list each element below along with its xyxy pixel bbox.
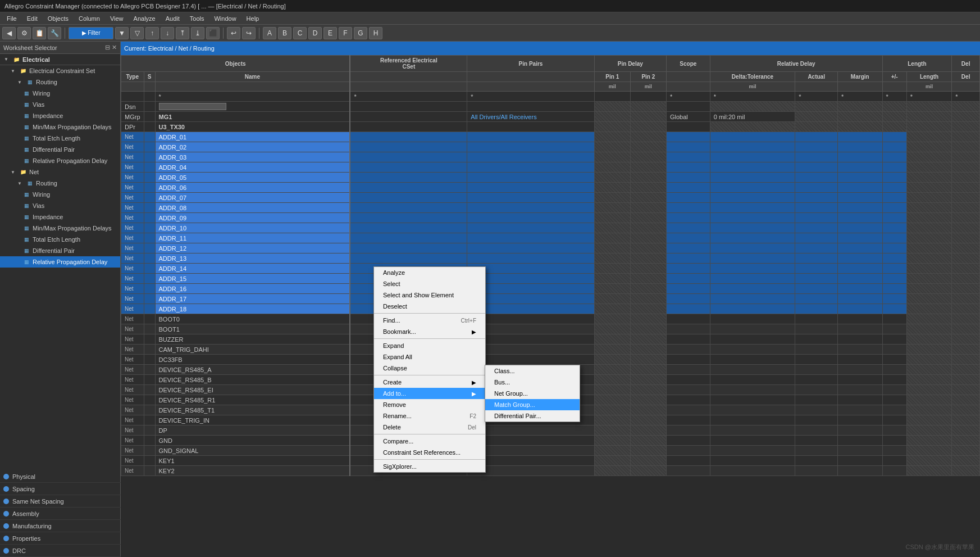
- sidebar-ecs-etch[interactable]: ▦ Total Etch Length: [0, 133, 120, 144]
- table-row[interactable]: Net ADDR_14: [121, 264, 980, 274]
- menu-window[interactable]: Window: [209, 14, 240, 23]
- sidebar-net-diffpair[interactable]: ▦ Differential Pair: [0, 245, 120, 256]
- table-row[interactable]: Net ADDR_17: [121, 294, 980, 304]
- sidebar-ecs-routing[interactable]: ▼ ▦ Routing: [0, 76, 120, 88]
- table-row[interactable]: Net DP: [121, 425, 980, 436]
- table-row[interactable]: Net ADDR_11: [121, 233, 980, 243]
- toolbar-btn-f[interactable]: F: [339, 27, 352, 39]
- sidebar-net-relprop[interactable]: ▦ Relative Propagation Delay: [0, 256, 120, 268]
- table-row[interactable]: Net GND: [121, 436, 980, 446]
- menu-file[interactable]: File: [2, 14, 21, 23]
- sidebar-same-net-spacing[interactable]: Same Net Spacing: [0, 495, 121, 508]
- table-row[interactable]: Dsn: [121, 102, 980, 112]
- submenu-net-group[interactable]: Net Group...: [485, 388, 580, 399]
- menu-tools[interactable]: Tools: [185, 14, 209, 23]
- toolbar-btn-a[interactable]: A: [263, 27, 276, 39]
- toolbar-btn-redo[interactable]: ↪: [242, 27, 256, 39]
- table-row[interactable]: Net ADDR_01: [121, 132, 980, 142]
- toolbar-btn-filter-4[interactable]: ↓: [161, 27, 174, 39]
- table-row[interactable]: Net DC33FB: [121, 355, 980, 365]
- ctx-analyze[interactable]: Analyze: [374, 267, 485, 278]
- toolbar-btn-filter-2[interactable]: ▽: [130, 27, 144, 39]
- ctx-rename[interactable]: Rename... F2: [374, 410, 485, 422]
- toolbar-btn-e[interactable]: E: [323, 27, 337, 39]
- ctx-expand[interactable]: Expand: [374, 340, 485, 351]
- sidebar-net[interactable]: ▼ 📁 Net: [0, 166, 120, 178]
- ctx-compare[interactable]: Compare...: [374, 436, 485, 447]
- table-row[interactable]: Net ADDR_10: [121, 223, 980, 233]
- menu-analyze[interactable]: Analyze: [129, 14, 160, 23]
- table-row[interactable]: Net GND_SIGNAL: [121, 446, 980, 456]
- table-row[interactable]: Net ADDR_18: [121, 304, 980, 314]
- sidebar-net-vias[interactable]: ▦ Vias: [0, 200, 120, 211]
- table-row[interactable]: DPr U3_TX30: [121, 122, 980, 132]
- table-row[interactable]: Net ADDR_02: [121, 142, 980, 152]
- table-row[interactable]: Net BOOT1: [121, 324, 980, 334]
- table-row[interactable]: Net BUZZER: [121, 334, 980, 345]
- table-row[interactable]: Net ADDR_15: [121, 274, 980, 284]
- toolbar-btn-3[interactable]: 📋: [33, 27, 46, 39]
- ctx-create[interactable]: Create ▶: [374, 377, 485, 388]
- table-row[interactable]: Net KEY1: [121, 456, 980, 466]
- table-row[interactable]: Net ADDR_08: [121, 203, 980, 213]
- submenu-match-group[interactable]: Match Group...: [485, 399, 580, 410]
- table-row[interactable]: Net CAM_TRIG_DAHI: [121, 345, 980, 355]
- menu-objects[interactable]: Objects: [43, 14, 73, 23]
- toolbar-btn-c[interactable]: C: [293, 27, 307, 39]
- submenu-class[interactable]: Class...: [485, 365, 580, 377]
- ctx-remove[interactable]: Remove: [374, 399, 485, 410]
- sidebar-net-routing[interactable]: ▼ ▦ Routing: [0, 178, 120, 189]
- submenu-diff-pair[interactable]: Differential Pair...: [485, 410, 580, 422]
- ctx-select[interactable]: Select: [374, 278, 485, 289]
- table-row[interactable]: Net ADDR_04: [121, 162, 980, 173]
- toolbar-btn-filter-6[interactable]: ⤓: [191, 27, 204, 39]
- sidebar-assembly[interactable]: Assembly: [0, 508, 121, 520]
- toolbar-btn-filter-1[interactable]: ▼: [115, 27, 129, 39]
- submenu-bus[interactable]: Bus...: [485, 377, 580, 388]
- table-row[interactable]: Net ADDR_03: [121, 152, 980, 162]
- sidebar-physical[interactable]: Physical: [0, 470, 121, 483]
- sidebar-net-etch[interactable]: ▦ Total Etch Length: [0, 234, 120, 245]
- sidebar-ecs-minmax[interactable]: ▦ Min/Max Propagation Delays: [0, 121, 120, 133]
- toolbar-btn-h[interactable]: H: [369, 27, 382, 39]
- table-row[interactable]: Net KEY2: [121, 466, 980, 476]
- toolbar-btn-filter-3[interactable]: ↑: [145, 27, 159, 39]
- toolbar-btn-filter-5[interactable]: ⤒: [176, 27, 189, 39]
- ctx-collapse[interactable]: Collapse: [374, 363, 485, 374]
- toolbar-btn-filter-7[interactable]: ⬛: [206, 27, 220, 39]
- toolbar-btn-1[interactable]: ◀: [2, 27, 16, 39]
- toolbar-btn-5[interactable]: ▶ Filter: [69, 27, 113, 39]
- ctx-delete[interactable]: Delete Del: [374, 422, 485, 433]
- toolbar-btn-d[interactable]: D: [308, 27, 322, 39]
- sidebar-ecs-diffpair[interactable]: ▦ Differential Pair: [0, 144, 120, 155]
- toolbar-btn-4[interactable]: 🔧: [48, 27, 61, 39]
- table-row[interactable]: MGrp MG1 All Drivers/All Receivers Globa…: [121, 112, 980, 122]
- table-row[interactable]: Net ADDR_12: [121, 243, 980, 253]
- ctx-bookmark[interactable]: Bookmark... ▶: [374, 326, 485, 337]
- ctx-find[interactable]: Find... Ctrl+F: [374, 315, 485, 326]
- ctx-select-show[interactable]: Select and Show Element: [374, 289, 485, 301]
- table-row[interactable]: Net ADDR_06: [121, 183, 980, 193]
- table-row[interactable]: * * * * * * * * * *: [121, 92, 980, 102]
- sidebar-properties[interactable]: Properties: [0, 532, 121, 545]
- sidebar-net-minmax[interactable]: ▦ Min/Max Propagation Delays: [0, 223, 120, 234]
- menu-audit[interactable]: Audit: [161, 14, 184, 23]
- menu-view[interactable]: View: [106, 14, 128, 23]
- menu-edit[interactable]: Edit: [22, 14, 42, 23]
- menu-help[interactable]: Help: [242, 14, 264, 23]
- menu-column[interactable]: Column: [74, 14, 104, 23]
- ctx-add-to[interactable]: Add to... ▶: [374, 388, 485, 399]
- toolbar-btn-g[interactable]: G: [354, 27, 367, 39]
- table-row[interactable]: Net ADDR_09: [121, 213, 980, 223]
- sidebar-electrical-constraint-set[interactable]: ▼ 📁 Electrical Constraint Set: [0, 65, 120, 76]
- ctx-expand-all[interactable]: Expand All: [374, 351, 485, 363]
- ctx-constraint-set-refs[interactable]: Constraint Set References...: [374, 447, 485, 458]
- table-row[interactable]: Net BOOT0: [121, 314, 980, 324]
- table-row[interactable]: Net ADDR_07: [121, 193, 980, 203]
- sidebar-ecs-impedance[interactable]: ▦ Impedance: [0, 110, 120, 121]
- sidebar-ecs-vias[interactable]: ▦ Vias: [0, 99, 120, 110]
- sidebar-ecs-relprop[interactable]: ▦ Relative Propagation Delay: [0, 155, 120, 166]
- sidebar-electrical[interactable]: ▼ 📁 Electrical: [0, 54, 120, 65]
- sidebar-manufacturing[interactable]: Manufacturing: [0, 520, 121, 532]
- sidebar-drc[interactable]: DRC: [0, 545, 121, 557]
